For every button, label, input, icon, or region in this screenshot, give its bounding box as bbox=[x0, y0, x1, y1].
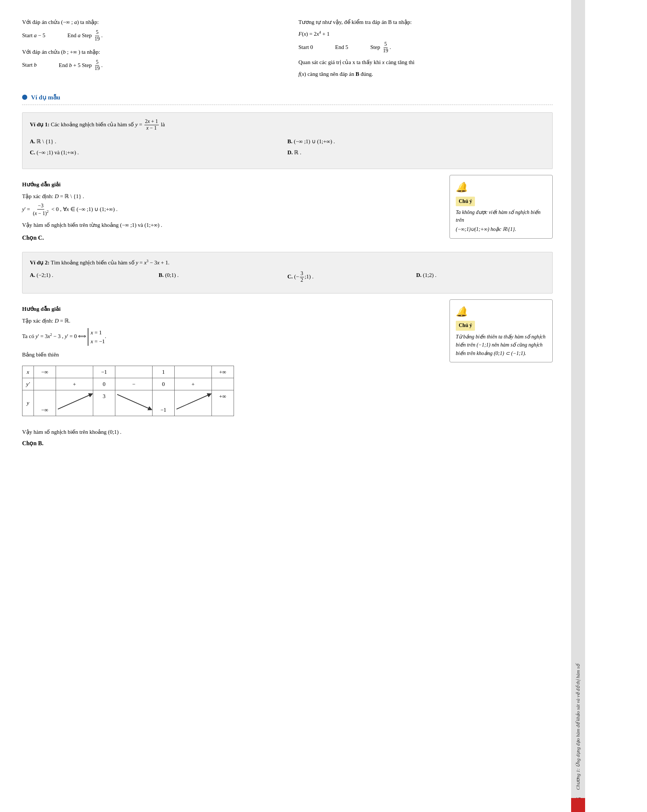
example1-question: Ví dụ 1: Các khoảng nghịch biến của hàm … bbox=[30, 119, 545, 131]
chuY-title-2: Chú ý bbox=[456, 321, 475, 330]
section-title: Ví dụ mẫu bbox=[31, 92, 60, 102]
variation-table: x −∞ −1 1 +∞ y' + bbox=[22, 366, 234, 416]
top-left: Với đáp án chứa (−∞ ; a) ta nhập: Start … bbox=[22, 15, 276, 81]
sol1-conclusion: Vậy hàm số nghịch biến trên từng khoảng … bbox=[22, 221, 439, 229]
end-5: End 5 bbox=[335, 43, 348, 52]
ex1-func-frac: 2x + 1 x − 1 bbox=[144, 119, 159, 131]
variation-table-wrapper: x −∞ −1 1 +∞ y' + bbox=[22, 366, 234, 416]
arrow-down-right bbox=[115, 391, 152, 413]
sol2-conclusion: Vậy hàm số nghịch biến trên khoảng (0;1)… bbox=[22, 427, 439, 437]
vtable-x-1: 1 bbox=[152, 366, 174, 378]
top-section: Với đáp án chứa (−∞ ; a) ta nhập: Start … bbox=[22, 15, 553, 81]
solution2-header: Hướng dẫn giải bbox=[22, 305, 439, 313]
example2-box: Ví dụ 2: Tìm khoảng nghịch biến của hàm … bbox=[22, 252, 553, 293]
solution1-main: Hướng dẫn giải Tập xác định: D = ℝ \ {1}… bbox=[22, 175, 439, 244]
sol2-answer: Chọn B. bbox=[22, 439, 439, 448]
example2-answers: A. (−2;1) . B. (0;1) . C. (−32;1) . D. (… bbox=[30, 271, 545, 284]
step-frac: Step 519. bbox=[370, 41, 391, 54]
vtable-y-arrow-down bbox=[115, 390, 152, 416]
chuY-box-1: 🔔 Chú ý Ta không được viết hàm số nghịch… bbox=[450, 175, 553, 238]
vtable-yprime-minus: − bbox=[115, 378, 152, 390]
answer-col-left: A. ℝ \ {1} . C. (−∞ ;1) và (1;+∞) . bbox=[30, 135, 288, 159]
vtable-y-neginf: −∞ bbox=[34, 390, 56, 416]
answer-B: B. (−∞ ;1) ∪ (1;+∞) . bbox=[288, 137, 545, 146]
side-tab-text: Chương 1: Ứng dụng đạo hàm để khảo sát v… bbox=[574, 664, 582, 790]
vtable-yprime-empty2 bbox=[211, 378, 234, 390]
top-right-func: F(x) = 2x4 + 1 bbox=[298, 29, 553, 38]
chuY-icon-2: 🔔 bbox=[456, 304, 546, 320]
ex2-answer-D: D. (1;2) . bbox=[416, 271, 545, 284]
chuY-icon-1: 🔔 bbox=[456, 180, 546, 195]
sol2-derivative: Ta có y' = 3x2 − 3 , y' = 0 ⟺ x = 1 x = … bbox=[22, 328, 439, 346]
svg-line-0 bbox=[58, 394, 91, 409]
sol1-derivative: y' = −3 (x − 1)2 < 0 , ∀x ∈ (−∞ ;1) ∪ (1… bbox=[22, 203, 439, 217]
sol2-txd: Tập xác định: D = ℝ. bbox=[22, 316, 439, 325]
chuY-text-1: Ta không được viết hàm số nghịch biến tr… bbox=[456, 208, 546, 224]
sol1-answer: Chọn C. bbox=[22, 233, 439, 243]
solution2-main: Hướng dẫn giải Tập xác định: D = ℝ. Ta c… bbox=[22, 299, 439, 450]
vtable-yprime-plus1: + bbox=[56, 378, 93, 390]
arrow-up-right-1 bbox=[56, 391, 93, 413]
example2-question: Ví dụ 2: Tìm khoảng nghịch biến của hàm … bbox=[30, 258, 545, 267]
top-left-row2: Start b End b + 5 Step 519. bbox=[22, 59, 276, 72]
top-right-obs1: Quan sát các giá trị của x ta thấy khi x… bbox=[298, 58, 553, 67]
start-0: Start 0 bbox=[298, 43, 313, 52]
page-container: Với đáp án chứa (−∞ ; a) ta nhập: Start … bbox=[0, 0, 647, 812]
arrow-up-right-2 bbox=[174, 391, 211, 413]
start-label-2: Start b bbox=[22, 60, 37, 69]
example2-label: Ví dụ 2: bbox=[30, 259, 49, 266]
vtable-x-neginf: −∞ bbox=[34, 366, 56, 378]
top-right-obs2: f(x) càng tăng nên đáp án B đúng. bbox=[298, 70, 553, 78]
vtable-x-empty3 bbox=[174, 366, 211, 378]
vtable-y-valm1: −1 bbox=[152, 390, 174, 416]
solution1-container: Hướng dẫn giải Tập xác định: D = ℝ \ {1}… bbox=[22, 175, 553, 244]
chuY-title-1: Chú ý bbox=[456, 197, 475, 206]
vtable-yprime-row: y' + 0 − 0 + bbox=[23, 378, 234, 390]
svg-line-2 bbox=[176, 394, 210, 409]
chuY-text-2: Từ bảng biến thiên ta thấy hàm số nghịch… bbox=[456, 333, 546, 357]
vtable-y-arrow-up1 bbox=[56, 390, 93, 416]
solution2-container: Hướng dẫn giải Tập xác định: D = ℝ. Ta c… bbox=[22, 299, 553, 450]
ex2-answer-C: C. (−32;1) . bbox=[288, 271, 416, 284]
vtable-x-m1: −1 bbox=[93, 366, 115, 378]
vtable-x-empty2 bbox=[115, 366, 152, 378]
vtable-y-posinf: +∞ bbox=[211, 390, 234, 416]
vtable-x-row: x −∞ −1 1 +∞ bbox=[23, 366, 234, 378]
vtable-yprime-empty1 bbox=[34, 378, 56, 390]
top-right: Tương tự như vậy, để kiểm tra đáp án B t… bbox=[298, 15, 553, 81]
vtable-x-posinf: +∞ bbox=[211, 366, 234, 378]
bullet-circle bbox=[22, 95, 27, 100]
chuY-box-2: 🔔 Chú ý Từ bảng biến thiên ta thấy hàm s… bbox=[450, 299, 553, 362]
ex2-answer-B: B. (0;1) . bbox=[159, 271, 288, 284]
end-label-2: End b + 5 Step 519. bbox=[59, 59, 103, 72]
top-left-row1: Start a − 5 End a Step 519. bbox=[22, 29, 276, 42]
vtable-y-val3: 3 bbox=[93, 390, 115, 416]
svg-line-1 bbox=[117, 394, 150, 409]
ex2-answer-A: A. (−2;1) . bbox=[30, 271, 159, 284]
example1-label: Ví dụ 1: bbox=[30, 122, 49, 127]
top-right-line1: Tương tự như vậy, để kiểm tra đáp án B t… bbox=[298, 18, 553, 26]
vtable-yprime-label: y' bbox=[23, 378, 34, 390]
sol1-txd: Tập xác định: D = ℝ \ {1} . bbox=[22, 192, 439, 201]
answer-C: C. (−∞ ;1) và (1;+∞) . bbox=[30, 148, 288, 157]
vtable-yprime-zero2: 0 bbox=[152, 378, 174, 390]
vtable-yprime-zero1: 0 bbox=[93, 378, 115, 390]
solution1-note: 🔔 Chú ý Ta không được viết hàm số nghịch… bbox=[450, 175, 553, 238]
example1-box: Ví dụ 1: Các khoảng nghịch biến của hàm … bbox=[22, 112, 553, 169]
vtable-x-empty1 bbox=[56, 366, 93, 378]
vtable-yprime-plus2: + bbox=[174, 378, 211, 390]
main-content: Với đáp án chứa (−∞ ; a) ta nhập: Start … bbox=[0, 0, 571, 812]
chuY-interval-1: (−∞;1)∪(1;+∞) hoặc ℝ\{1}. bbox=[456, 225, 546, 234]
top-right-row1: Start 0 End 5 Step 519. bbox=[298, 41, 553, 54]
vtable-y-arrow-up2 bbox=[174, 390, 211, 416]
start-label-1: Start a − 5 bbox=[22, 31, 45, 40]
end-label-1: End a Step 519. bbox=[67, 29, 102, 42]
answer-D: D. ℝ . bbox=[288, 148, 545, 157]
solution1-header: Hướng dẫn giải bbox=[22, 180, 439, 189]
top-left-line2: Với đáp án chứa (b ; +∞ ) ta nhập: bbox=[22, 47, 276, 56]
vtable-y-label: y bbox=[23, 390, 34, 416]
answer-col-right: B. (−∞ ;1) ∪ (1;+∞) . D. ℝ . bbox=[288, 135, 545, 159]
red-square bbox=[571, 798, 585, 812]
side-tab: Chương 1: Ứng dụng đạo hàm để khảo sát v… bbox=[571, 0, 585, 812]
vtable-y-row: y −∞ bbox=[23, 390, 234, 416]
